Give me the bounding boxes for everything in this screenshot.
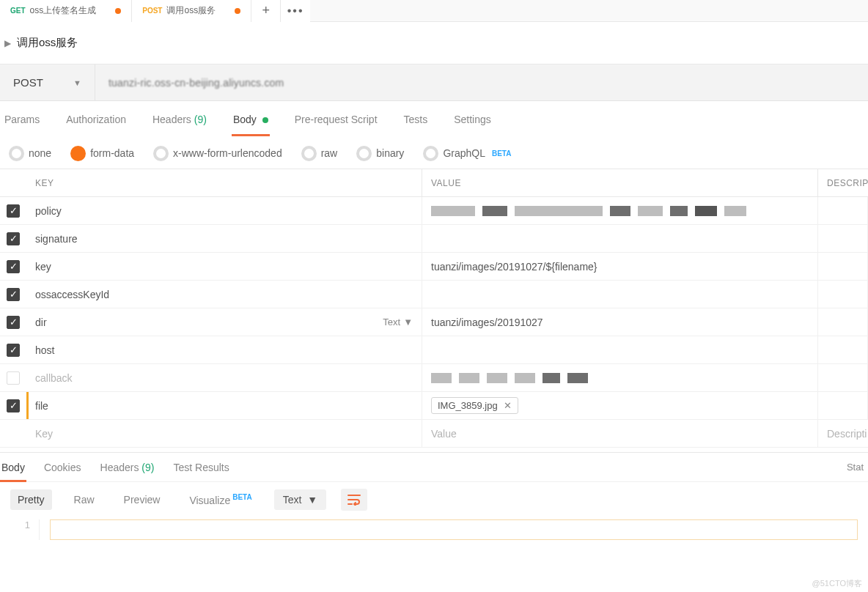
- table-row[interactable]: ✓ ossaccessKeyId: [0, 281, 868, 308]
- key-text: dir: [35, 317, 47, 328]
- radio-raw[interactable]: raw: [301, 146, 338, 161]
- value-cell[interactable]: [422, 197, 818, 225]
- table-row-new[interactable]: Key Value Descripti: [0, 420, 868, 448]
- desc-cell[interactable]: [818, 197, 868, 225]
- table-row[interactable]: ✓ key tuanzi/images/20191027/${filename}: [0, 253, 868, 281]
- key-cell[interactable]: host: [26, 336, 422, 364]
- key-cell[interactable]: file: [26, 392, 422, 420]
- row-checkbox[interactable]: ✓: [7, 371, 20, 385]
- table-row[interactable]: ✓ file IMG_3859.jpg ✕: [0, 392, 868, 420]
- tab-method: POST: [142, 7, 162, 15]
- mode-preview[interactable]: Preview: [117, 489, 168, 510]
- row-checkbox[interactable]: ✓: [7, 288, 20, 301]
- value-cell[interactable]: tuanzi/images/20191027: [422, 308, 818, 336]
- table-row[interactable]: ✓ dir Text ▼ tuanzi/images/20191027: [0, 308, 868, 336]
- body-active-dot-icon: [262, 117, 268, 123]
- http-method-select[interactable]: POST ▼: [0, 64, 95, 101]
- desc-cell[interactable]: [818, 308, 868, 336]
- radio-icon: [356, 146, 372, 161]
- value-cell[interactable]: IMG_3859.jpg ✕: [422, 392, 818, 420]
- resp-tab-cookies[interactable]: Cookies: [43, 454, 83, 481]
- radio-label: form-data: [90, 147, 134, 159]
- desc-cell[interactable]: [818, 392, 868, 420]
- new-tab-button[interactable]: +: [251, 0, 281, 22]
- row-checkbox[interactable]: ✓: [7, 204, 20, 218]
- desc-cell[interactable]: [818, 225, 868, 253]
- collapse-caret-icon[interactable]: ▶: [4, 38, 11, 48]
- key-cell[interactable]: signature: [26, 225, 422, 253]
- key-cell[interactable]: key: [26, 253, 422, 281]
- row-checkbox[interactable]: ✓: [7, 260, 20, 273]
- request-subtabs: Params Authorization Headers (9) Body Pr…: [0, 101, 868, 138]
- table-row[interactable]: ✓ callback: [0, 364, 868, 392]
- radio-label: raw: [321, 147, 338, 159]
- tab-tests[interactable]: Tests: [402, 103, 430, 136]
- radio-binary[interactable]: binary: [356, 146, 404, 161]
- radio-urlencoded[interactable]: x-www-form-urlencoded: [153, 146, 282, 161]
- value-cell[interactable]: [422, 336, 818, 364]
- row-checkbox[interactable]: ✓: [7, 232, 20, 245]
- value-cell[interactable]: [422, 281, 818, 308]
- radio-none[interactable]: none: [9, 146, 51, 161]
- response-code-area[interactable]: [50, 519, 858, 540]
- tab-body[interactable]: Body: [232, 103, 270, 136]
- resp-headers-count: (9): [141, 462, 154, 473]
- mode-pretty[interactable]: Pretty: [10, 489, 52, 510]
- response-tabs: Body Cookies Headers (9) Test Results St…: [0, 452, 868, 481]
- row-checkbox[interactable]: ✓: [7, 399, 20, 412]
- row-checkbox[interactable]: ✓: [7, 344, 20, 357]
- tab-method: GET: [10, 7, 26, 15]
- radio-label: x-www-form-urlencoded: [173, 147, 282, 159]
- radio-form-data[interactable]: form-data: [70, 146, 134, 161]
- tab-prerequest[interactable]: Pre-request Script: [293, 103, 379, 136]
- key-type-select[interactable]: Text ▼: [383, 317, 413, 328]
- file-chip[interactable]: IMG_3859.jpg ✕: [431, 397, 518, 414]
- resp-tab-body[interactable]: Body: [0, 454, 26, 481]
- desc-cell[interactable]: [818, 336, 868, 364]
- key-cell[interactable]: ossaccessKeyId: [26, 281, 422, 308]
- remove-file-icon[interactable]: ✕: [504, 400, 512, 411]
- beta-badge: BETA: [232, 493, 251, 501]
- desc-placeholder[interactable]: Descripti: [818, 420, 868, 448]
- key-cell[interactable]: callback: [26, 364, 422, 392]
- key-cell[interactable]: dir Text ▼: [26, 308, 422, 336]
- wrap-lines-button[interactable]: [341, 489, 367, 511]
- value-cell[interactable]: tuanzi/images/20191027/${filename}: [422, 253, 818, 281]
- radio-label: binary: [376, 147, 404, 159]
- tab-headers[interactable]: Headers (9): [151, 103, 208, 136]
- resp-tab-headers[interactable]: Headers (9): [99, 454, 156, 481]
- table-row[interactable]: ✓ host: [0, 336, 868, 364]
- radio-graphql[interactable]: GraphQLBETA: [423, 146, 511, 161]
- resp-tab-tests[interactable]: Test Results: [172, 454, 230, 481]
- row-checkbox[interactable]: ✓: [7, 316, 20, 329]
- value-placeholder[interactable]: Value: [422, 420, 818, 448]
- value-cell[interactable]: [422, 364, 818, 392]
- mode-raw[interactable]: Raw: [67, 489, 102, 510]
- col-desc: DESCRIPTI: [818, 169, 868, 197]
- desc-cell[interactable]: [818, 364, 868, 392]
- url-input[interactable]: tuanzi-ric.oss-cn-beijing.aliyuncs.com: [95, 64, 868, 101]
- tab-authorization[interactable]: Authorization: [65, 103, 128, 136]
- method-label: POST: [13, 76, 43, 89]
- table-row[interactable]: ✓ signature: [0, 225, 868, 253]
- watermark: @51CTO博客: [812, 578, 862, 589]
- desc-cell[interactable]: [818, 253, 868, 281]
- key-placeholder[interactable]: Key: [26, 420, 422, 448]
- desc-cell[interactable]: [818, 281, 868, 308]
- tab-settings[interactable]: Settings: [452, 103, 493, 136]
- tab-params[interactable]: Params: [3, 103, 41, 136]
- request-title: 调用oss服务: [17, 36, 78, 50]
- radio-label: GraphQL: [443, 147, 485, 159]
- beta-badge: BETA: [492, 149, 511, 158]
- tab-label: 调用oss服务: [166, 4, 216, 17]
- request-row: POST ▼ tuanzi-ric.oss-cn-beijing.aliyunc…: [0, 64, 868, 101]
- response-lang-select[interactable]: Text ▼: [274, 489, 327, 510]
- mode-visualize[interactable]: VisualizeBETA: [182, 489, 259, 511]
- radio-icon: [301, 146, 317, 161]
- tab-1[interactable]: POST 调用oss服务: [132, 0, 251, 22]
- tab-0[interactable]: GET oss上传签名生成: [0, 0, 132, 22]
- table-row[interactable]: ✓ policy: [0, 197, 868, 225]
- key-cell[interactable]: policy: [26, 197, 422, 225]
- tab-overflow-button[interactable]: •••: [281, 0, 310, 22]
- value-cell[interactable]: [422, 225, 818, 253]
